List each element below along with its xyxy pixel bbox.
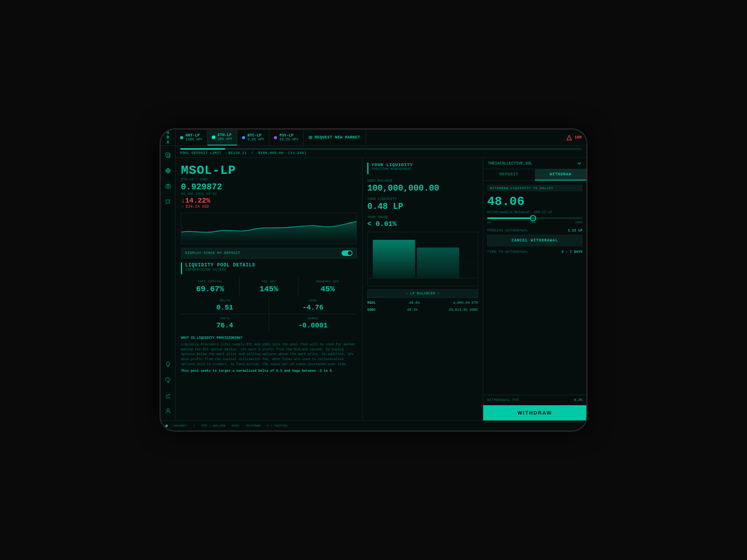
device-frame: S D X HNT-LP 150% APY ETH-LP 10% APY — [160, 128, 587, 432]
tab-withdraw[interactable]: WITHDRAW — [535, 169, 587, 180]
withdrawable-balance: Withdrawable Balance: 100.12 LP — [487, 210, 582, 214]
slider-fill — [487, 217, 533, 219]
content-area: POOL DEPOSIT LIMIT $5120.21 / $100,000.0… — [175, 146, 586, 420]
panels: MSOL-LP ETH-LP / USDC 0.929872 26 AUG 20… — [175, 158, 586, 420]
pool-details-header: LIQUIDITY POOL DETAILS INFORMATION ACCES… — [181, 262, 357, 274]
liq-bar — [367, 163, 368, 174]
right-panel-liquidity: YOUR LIQUIDITY POSITION MANAGEMENT USDC … — [363, 158, 483, 420]
pool-details-title: LIQUIDITY POOL DETAILS — [185, 262, 255, 268]
pool-token1-row: MSOL 49.9% 4,000.04 ETH — [367, 299, 478, 306]
pair-price: 0.929872 — [181, 182, 357, 192]
sidebar-icon-copy[interactable] — [163, 150, 173, 160]
toggle-label: DISPLAY SINCE MY DEPOSIT — [185, 251, 240, 255]
price-chart — [181, 213, 357, 244]
toggle-switch[interactable] — [342, 250, 352, 256]
description: WHAT IS LIQUIDITY PROVISIONING? Liquidit… — [181, 336, 357, 373]
sidebar-icon-camera[interactable] — [163, 182, 173, 191]
tab-psy-lp[interactable]: PSY-LP 63.5% APY — [269, 130, 303, 145]
greek-grid: DELTA 0.51 VEGA -4.76 THETA 76.4 — [181, 296, 357, 332]
section-bar — [181, 262, 182, 274]
dot-hnt — [180, 136, 183, 139]
pool-details-subtitle: INFORMATION ACCESS — [185, 268, 255, 272]
alert-icon: ! — [566, 135, 572, 141]
request-market-button[interactable]: ⊞ REQUEST NEW MARKET — [303, 130, 366, 145]
market-tabs: HNT-LP 150% APY ETH-LP 10% APY BTC-LP — [175, 130, 561, 145]
pair-base-quote: ETH-LP / USDC — [181, 178, 357, 182]
withdraw-body: WITHDRAW LIQUIDITY TO WALLET 48.06 Withd… — [483, 181, 586, 395]
cancel-withdrawal-button[interactable]: CANCEL WITHDRAWAL — [487, 235, 582, 246]
withdraw-section-label: WITHDRAW LIQUIDITY TO WALLET — [487, 185, 582, 191]
progress-bar-fill — [180, 148, 225, 150]
svg-rect-3 — [166, 153, 169, 157]
stat-theta: THETA 76.4 — [181, 314, 269, 332]
pool-token2-row: USDC 49.1% 33,013.01 USDC — [367, 306, 478, 313]
sdx-logo: S D X — [161, 130, 175, 145]
dot-btc — [242, 136, 245, 139]
svg-text:!: ! — [568, 137, 570, 140]
pool-chart — [367, 232, 478, 286]
pair-change-pct: ↓14.22% — [181, 197, 210, 205]
pair-date: 26 AUG 2023 20:34 — [181, 192, 357, 196]
withdraw-button[interactable]: WITHDRAW — [483, 405, 586, 420]
tab-eth-lp[interactable]: ETH-LP 10% APY — [207, 130, 237, 145]
dot-psy — [274, 136, 277, 139]
pair-change-usd: - $34.24 USD — [181, 205, 357, 209]
withdraw-amount: 48.06 — [487, 194, 582, 209]
wallet-selector[interactable]: THEIACOLLECTIVE.SOL — [483, 158, 586, 169]
telegram-link[interactable]: TELEGRAM — [245, 424, 260, 427]
notification-badge[interactable]: ! 100 — [561, 130, 586, 145]
stats-grid: FREE CAPITAL 69.67% FEE APY 145% REWARDS… — [181, 277, 357, 296]
time-to-withdrawal-row: TIME TO WITHDRAWAL 3 – 7 DAYS — [487, 250, 582, 254]
svg-rect-21 — [373, 240, 415, 278]
svg-point-7 — [167, 170, 169, 172]
svg-point-6 — [166, 169, 170, 173]
sidebar-icon-user[interactable] — [163, 406, 173, 416]
pair-name: MSOL-LP — [181, 163, 357, 178]
toggle-row: DISPLAY SINCE MY DEPOSIT — [181, 248, 357, 259]
chevron-down-icon — [577, 161, 582, 166]
slider-labels: 1% 50% 100% — [487, 220, 582, 224]
stat-rewards-apr: REWARDS APR 45% — [298, 277, 357, 296]
tab-hnt-lp[interactable]: HNT-LP 150% APY — [175, 130, 207, 145]
tab-row: DEPOSIT WITHDRAW — [483, 169, 586, 181]
sidebar-icon-chart[interactable] — [163, 391, 173, 400]
stat-delta: DELTA 0.51 — [181, 296, 269, 314]
withdraw-panel: THEIACOLLECTIVE.SOL DEPOSIT WITHDRAW WIT… — [483, 158, 586, 420]
liquidity-header: YOUR LIQUIDITY POSITION MANAGEMENT — [367, 163, 478, 174]
dot-eth — [212, 136, 215, 139]
withdraw-slider[interactable]: 48% — [487, 217, 582, 219]
main-area: POOL DEPOSIT LIMIT $5120.21 / $100,000.0… — [161, 146, 586, 420]
screen: S D X HNT-LP 150% APY ETH-LP 10% APY — [161, 130, 586, 430]
slider-thumb: 48% — [530, 215, 536, 221]
progress-label: POOL DEPOSIT LIMIT $5120.21 / $100,000.0… — [180, 151, 582, 155]
mainnet-dot — [165, 425, 168, 427]
svg-point-13 — [167, 186, 169, 187]
stat-vega: VEGA -4.76 — [269, 296, 357, 314]
sidebar-icon-flag[interactable] — [163, 197, 173, 206]
stat-free-capital: FREE CAPITAL 69.67% — [181, 277, 239, 296]
sidebar — [161, 146, 175, 420]
docs-link[interactable]: DOCS — [232, 424, 239, 427]
stat-gamma: GAMMA -0.0001 — [269, 314, 357, 332]
pending-withdrawal-row: PENDING WITHDRAWAL 1.12 LP — [487, 229, 582, 233]
left-panel: MSOL-LP ETH-LP / USDC 0.929872 26 AUG 20… — [175, 158, 363, 420]
twitter-link[interactable]: X / TWITTER — [267, 424, 287, 427]
tab-btc-lp[interactable]: BTC-LP 3.5% APY — [237, 130, 269, 145]
usdc-balance-row: USDC BALANCE 100,000,000.00 — [367, 179, 478, 193]
progress-bar-track — [180, 148, 582, 150]
your-share-row: YOUR SHARE < 0.01% — [367, 215, 478, 228]
status-bar: MAINNET | TPS : 100,000 DOCS TELEGRAM X … — [161, 420, 586, 430]
tab-deposit[interactable]: DEPOSIT — [483, 169, 535, 180]
svg-point-20 — [167, 409, 169, 411]
top-nav: S D X HNT-LP 150% APY ETH-LP 10% APY — [161, 130, 586, 146]
sidebar-icon-bulb[interactable] — [163, 360, 173, 369]
your-liquidity-row: YOUR LIQUIDITY 0.48 LP — [367, 197, 478, 212]
progress-section: POOL DEPOSIT LIMIT $5120.21 / $100,000.0… — [175, 146, 586, 158]
lp-balanced-bar: → LP BALANCED ← — [367, 289, 478, 298]
stat-fee-apy: FEE APY 145% — [240, 277, 298, 296]
sidebar-icon-grid[interactable] — [163, 166, 173, 175]
fee-row: WITHDRAWAL FEE 0.2% — [483, 395, 586, 405]
sidebar-icon-cloud[interactable] — [163, 375, 173, 385]
